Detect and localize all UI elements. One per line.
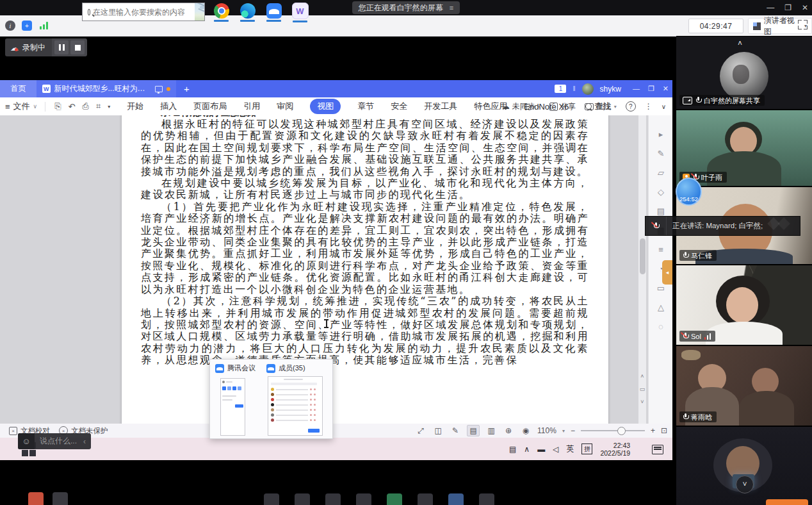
outline-view-icon[interactable]: ▥ xyxy=(485,426,497,436)
preview-meeting-window[interactable]: 腾讯会议 xyxy=(215,363,256,373)
new-tab-button[interactable]: + xyxy=(184,83,190,94)
notification-icon[interactable] xyxy=(652,445,663,454)
tool-icon[interactable]: ▸ xyxy=(659,129,663,139)
menu-security[interactable]: 安全 xyxy=(391,101,407,112)
lang-indicator[interactable]: 英 xyxy=(566,443,574,454)
menu-section[interactable]: 章节 xyxy=(357,101,374,112)
comment-button[interactable]: 批注 ▾ xyxy=(585,101,617,112)
toolbar-icon[interactable] xyxy=(356,493,371,505)
tool-icon[interactable]: ✎ xyxy=(658,149,665,158)
tray-expand-icon[interactable]: ∧ xyxy=(524,445,530,454)
print-icon[interactable]: ⎙ xyxy=(83,101,89,112)
taskbar-clock[interactable]: 22:43 2022/5/19 xyxy=(600,442,630,457)
page-down-icon[interactable]: ˅ xyxy=(640,399,644,405)
file-menu[interactable]: ≡ 文件 ∨ xyxy=(5,101,37,112)
raise-hand-button[interactable] xyxy=(766,499,808,505)
stop-recording-button[interactable] xyxy=(70,40,85,54)
more-icon[interactable]: ⋮ xyxy=(645,102,653,111)
page-box-icon[interactable]: ▭ xyxy=(640,386,646,392)
fullscreen-button[interactable] xyxy=(798,20,808,29)
taskbar-meeting-icon[interactable] xyxy=(266,3,282,22)
speaker-icon[interactable]: ◁ xyxy=(553,445,558,454)
split-view-icon[interactable]: ‖ xyxy=(572,85,575,92)
duration-badge[interactable]: 254:52 xyxy=(676,178,702,206)
pause-recording-button[interactable] xyxy=(54,40,69,54)
toolbar-icon[interactable] xyxy=(448,493,464,505)
wps-minimize-button[interactable]: — xyxy=(633,85,640,93)
save-icon[interactable]: ⎘ xyxy=(54,101,61,112)
collapse-sidebar-button[interactable]: ˅ xyxy=(736,476,754,493)
close-button[interactable]: ✕ xyxy=(802,3,808,12)
two-page-view-icon[interactable]: ◫ xyxy=(432,426,444,436)
taskbar-chrome-icon[interactable] xyxy=(213,3,229,22)
document-page[interactable]: 4.4 永旺村规划的理念思路 根据永旺村的特征可以发现这种城郊型村庄具有空间区域… xyxy=(122,115,608,424)
chat-placeholder[interactable]: 说点什么... xyxy=(40,436,77,447)
tool-icon[interactable]: ◌ xyxy=(658,322,663,331)
taskbar-wps-icon[interactable]: W xyxy=(292,3,308,22)
taskbar-edge-icon[interactable] xyxy=(240,3,256,22)
scrollbar-thumb[interactable] xyxy=(640,238,646,274)
zoom-level[interactable]: 110% xyxy=(537,426,556,435)
meeting-info-icon[interactable]: i xyxy=(5,21,15,31)
participant-tile-video[interactable]: 叶子雨 xyxy=(676,110,812,186)
web-view-icon[interactable]: ⊕ xyxy=(503,426,514,436)
zoom-in-button[interactable]: + xyxy=(651,426,655,435)
members-list-thumbnail[interactable] xyxy=(268,376,323,436)
participant-tile-screenshare[interactable]: ˄ 白宇然的屏幕共享 xyxy=(676,37,812,109)
wps-close-button[interactable]: ✕ xyxy=(663,85,669,93)
print-preview-icon[interactable]: ⌗ xyxy=(96,101,101,112)
menu-page-layout[interactable]: 页面布局 xyxy=(193,101,227,112)
tool-icon[interactable]: △ xyxy=(658,302,664,312)
taskbar-search[interactable] xyxy=(82,3,205,21)
tab-home[interactable]: 首页 xyxy=(0,80,37,97)
toolbar-icon[interactable] xyxy=(387,493,402,505)
mic-toolbar-icon[interactable] xyxy=(28,492,44,505)
restore-button[interactable]: ❐ xyxy=(784,3,792,12)
chevron-down-icon[interactable]: ▾ xyxy=(562,428,565,434)
zoom-slider[interactable] xyxy=(581,430,645,431)
screen-watch-banner[interactable]: 您正在观看白宇然的屏幕 ≡ xyxy=(352,1,460,14)
toolbar-icon[interactable] xyxy=(418,493,433,505)
tool-icon[interactable]: ▭ xyxy=(657,283,665,293)
fit-page-button[interactable]: ⊡ xyxy=(661,426,667,435)
banner-menu-icon[interactable]: ≡ xyxy=(450,4,453,12)
battery-icon[interactable]: ▬ xyxy=(537,445,545,454)
tray-window-icon[interactable]: ▤ xyxy=(509,445,516,454)
security-shield-icon[interactable]: + xyxy=(22,21,32,31)
preview-members-window[interactable]: 成员(35) xyxy=(266,363,305,373)
eye-protect-icon[interactable]: ◉ xyxy=(520,426,532,436)
page-up-icon[interactable]: ˄ xyxy=(640,373,644,379)
toolbar-icon[interactable] xyxy=(325,493,341,505)
chevron-down-icon[interactable]: ▾ xyxy=(108,104,110,110)
collapsed-panel-handle[interactable]: ◂ xyxy=(662,260,672,285)
toolbar-icon[interactable] xyxy=(295,493,310,505)
zoom-out-button[interactable]: − xyxy=(571,426,575,435)
menu-dev-tools[interactable]: 开发工具 xyxy=(424,101,457,112)
toolbar-icon[interactable] xyxy=(479,493,494,505)
camera-toolbar-icon[interactable] xyxy=(53,492,68,505)
chevron-up-icon[interactable]: ˄ xyxy=(738,40,742,47)
user-avatar[interactable] xyxy=(582,83,594,95)
tab-document[interactable]: W 新时代城郊型乡...旺村为例(1) xyxy=(37,80,176,97)
wps-restore-button[interactable]: ❐ xyxy=(648,85,654,93)
tool-icon[interactable]: ▱ xyxy=(658,168,664,178)
fullscreen-view-icon[interactable]: ⤢ xyxy=(415,426,426,436)
ime-pinyin-indicator[interactable]: 拼 xyxy=(581,443,592,454)
document-area[interactable]: 4.4 永旺村规划的理念思路 根据永旺村的特征可以发现这种城郊型村庄具有空间区域… xyxy=(0,115,672,424)
tool-icon[interactable]: ◇ xyxy=(658,187,664,197)
meeting-chat-bubble[interactable]: ☺ 说点什么... ‹ xyxy=(18,433,91,449)
menu-view-active[interactable]: 视图 xyxy=(310,99,341,114)
participant-tile-video[interactable]: 蒋雨晗 xyxy=(676,346,812,426)
chevron-left-icon[interactable]: ‹ xyxy=(83,437,86,446)
menu-insert[interactable]: 插入 xyxy=(160,101,177,112)
page-view-icon[interactable]: ▤ xyxy=(467,425,480,436)
help-icon[interactable]: ? xyxy=(626,101,636,112)
share-button[interactable]: 分享 xyxy=(549,101,576,112)
menu-review[interactable]: 审阅 xyxy=(277,101,293,112)
tool-icon[interactable]: ▤ xyxy=(657,206,665,216)
menu-start[interactable]: 开始 xyxy=(127,101,143,112)
emoji-icon[interactable]: ☺ xyxy=(18,433,35,449)
undo-icon[interactable]: ↶ xyxy=(69,102,76,112)
zoom-slider-thumb[interactable] xyxy=(617,427,626,435)
menu-reference[interactable]: 引用 xyxy=(243,101,260,112)
